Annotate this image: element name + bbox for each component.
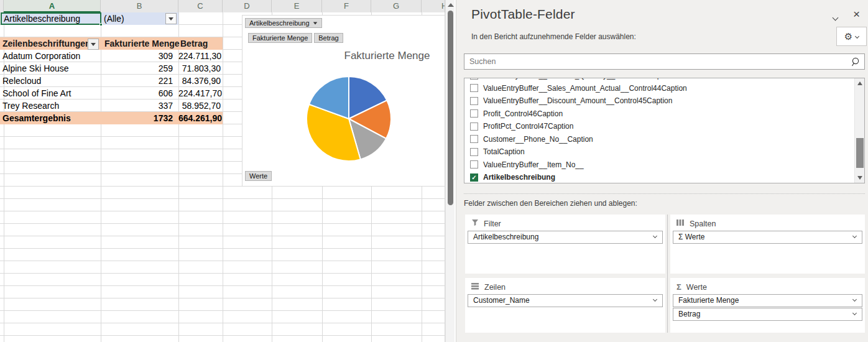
pane-instruction: In den Bericht aufzunehmende Felder ausw… xyxy=(471,32,636,41)
checkbox-checked-icon[interactable]: ✓ xyxy=(470,173,478,182)
checkbox-icon[interactable] xyxy=(470,84,478,92)
scroll-up-icon[interactable] xyxy=(857,81,862,85)
search-input[interactable] xyxy=(469,55,843,68)
column-header-a[interactable]: A xyxy=(4,0,101,12)
scroll-up-icon[interactable] xyxy=(448,3,454,7)
area-rows[interactable]: ZeilenCustomer_Name xyxy=(465,278,665,333)
filter-dropdown-button[interactable] xyxy=(165,13,177,24)
field-item[interactable]: ValueEntryBuffer__Item_No__ xyxy=(464,159,853,172)
amount-cell: 224.417,70 xyxy=(178,87,223,99)
scrollbar-thumb[interactable] xyxy=(856,138,864,168)
pivot-row[interactable]: Trey Research33758.952,70 xyxy=(0,99,223,112)
field-label: ValueEntryBuffer__Item_No__ xyxy=(483,160,584,169)
search-icon[interactable] xyxy=(851,57,861,68)
scroll-down-icon[interactable] xyxy=(857,176,862,180)
sheet-vertical-scrollbar[interactable] xyxy=(445,0,455,342)
filter-icon xyxy=(471,219,479,228)
selection-fill-handle[interactable] xyxy=(99,23,103,26)
row-label-cell: Alpine Ski House xyxy=(0,62,101,75)
pivot-row[interactable]: Relecloud22184.376,90 xyxy=(0,75,223,87)
scrollbar-thumb[interactable] xyxy=(448,11,453,205)
column-header-row: ABCDEFGH xyxy=(0,0,445,12)
field-item[interactable]: ValueEntryBuffer__Discount_Amount__Contr… xyxy=(464,95,853,108)
pivot-row[interactable]: Alpine Ski House25971.803,30 xyxy=(0,62,223,75)
gear-icon: ⚙ xyxy=(844,32,852,41)
qty-column-header: Fakturierte Menge xyxy=(104,39,180,49)
qty-cell: 221 xyxy=(101,75,178,87)
chart-axis-field-button[interactable]: Werte xyxy=(245,171,272,181)
chevron-down-icon xyxy=(852,311,857,315)
area-label-columns: Spalten xyxy=(670,215,865,231)
chevron-down-icon xyxy=(852,234,857,238)
column-header-g[interactable]: G xyxy=(371,0,422,12)
area-columns[interactable]: SpaltenΣ Werte xyxy=(670,215,865,274)
pane-close-button[interactable]: × xyxy=(853,7,860,21)
area-title: Filter xyxy=(484,220,501,228)
qty-cell: 259 xyxy=(101,62,178,75)
field-label: Profit_Control46Caption xyxy=(483,109,563,118)
row-label-cell: Adatum Corporation xyxy=(0,50,101,62)
field-pill[interactable]: Σ Werte xyxy=(673,231,862,244)
pane-collapse-button[interactable] xyxy=(833,11,844,20)
dropdown-arrow-icon xyxy=(91,43,96,46)
pivot-header-band: Zeilenbeschriftungen Fakturierte Menge B… xyxy=(0,37,223,50)
field-list-scrollbar[interactable] xyxy=(854,78,864,183)
area-label-values: ΣWerte xyxy=(670,278,865,294)
field-pill[interactable]: Betrag xyxy=(673,308,862,321)
column-header-e[interactable]: E xyxy=(272,0,322,12)
total-label: Gesamtergebnis xyxy=(0,112,101,124)
total-amount: 664.261,90 xyxy=(178,112,223,124)
area-title: Zeilen xyxy=(484,283,506,292)
field-pill[interactable]: Fakturierte Menge xyxy=(673,294,862,307)
field-item[interactable]: TotalCaption xyxy=(464,146,853,159)
field-item[interactable]: Customer__Phone_No__Caption xyxy=(464,133,853,146)
qty-cell: 337 xyxy=(101,99,178,112)
checkbox-icon[interactable] xyxy=(470,109,478,118)
pivot-row[interactable]: Adatum Corporation309224.711,30 xyxy=(0,50,223,62)
area-label-filter: Filter xyxy=(465,215,665,231)
checkbox-icon[interactable] xyxy=(470,160,478,169)
total-qty: 1732 xyxy=(101,112,178,124)
column-header-h[interactable]: H xyxy=(422,0,445,12)
checkbox-icon[interactable] xyxy=(470,148,478,156)
field-item[interactable]: ProfitPct_Control47Caption xyxy=(464,120,853,133)
field-pill[interactable]: Customer_Name xyxy=(468,294,663,307)
field-item[interactable]: ValueEntryBuffer__Sales_Amount_Actual__C… xyxy=(464,82,853,95)
qty-cell: 309 xyxy=(101,50,178,62)
column-header-d[interactable]: D xyxy=(223,0,272,12)
filter-value-cell[interactable]: (Alle) xyxy=(101,12,178,25)
row-label-cell: Trey Research xyxy=(0,99,101,112)
row-labels-filter-button[interactable] xyxy=(88,39,99,50)
pie-chart[interactable] xyxy=(242,16,446,186)
tools-button[interactable]: ⚙ xyxy=(836,27,867,46)
area-filter[interactable]: FilterArtikelbeschreibung xyxy=(465,215,665,274)
area-values[interactable]: ΣWerteFakturierte MengeBetrag xyxy=(670,278,865,333)
amount-column-header: Betrag xyxy=(180,39,208,49)
filter-value: (Alle) xyxy=(104,14,124,24)
field-pill[interactable]: Artikelbeschreibung xyxy=(468,231,663,244)
selected-cell-a1[interactable]: Artikelbeschreibung xyxy=(1,12,101,25)
checkbox-icon[interactable] xyxy=(470,78,478,80)
excel-window: ABCDEFGH (Alle) Artikelbeschreibung Zeil… xyxy=(0,0,868,342)
row-label-cell: School of Fine Art xyxy=(0,87,101,99)
chevron-down-icon xyxy=(653,297,657,302)
checkbox-icon[interactable] xyxy=(470,97,478,105)
column-header-c[interactable]: C xyxy=(178,0,223,12)
qty-cell: 606 xyxy=(101,87,178,99)
field-item[interactable]: ✓Artikelbeschreibung xyxy=(464,171,853,183)
filter-field-label: Artikelbeschreibung xyxy=(4,14,80,24)
column-header-b[interactable]: B xyxy=(101,0,178,12)
pill-label: Betrag xyxy=(678,310,700,318)
field-label: ValueEntryBuffer__Sales_Amount_Actual__C… xyxy=(483,84,687,93)
field-label: ValueEntryBuffer__Discount_Amount__Contr… xyxy=(483,96,672,105)
column-header-f[interactable]: F xyxy=(322,0,371,12)
checkbox-icon[interactable] xyxy=(470,122,478,131)
amount-cell: 224.711,30 xyxy=(178,50,223,62)
row-labels-header: Zeilenbeschriftungen xyxy=(2,39,91,49)
pivot-chart[interactable]: Artikelbeschreibung Fakturierte MengeBet… xyxy=(242,15,445,187)
pivot-row[interactable]: School of Fine Art606224.417,70 xyxy=(0,87,223,99)
chevron-down-icon xyxy=(855,34,859,39)
checkbox-icon[interactable] xyxy=(470,135,478,143)
chevron-down-icon xyxy=(653,234,657,238)
field-item[interactable]: Profit_Control46Caption xyxy=(464,108,853,121)
